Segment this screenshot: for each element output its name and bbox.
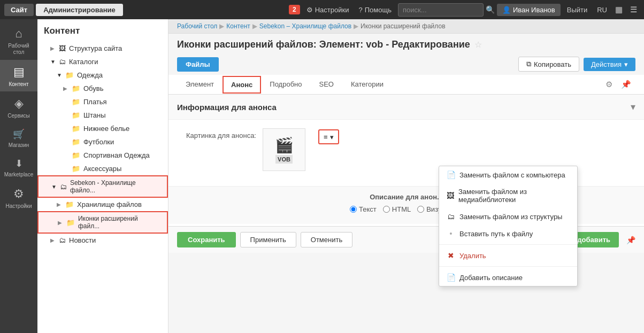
apply-button[interactable]: Применить (240, 232, 296, 247)
sidebar-item-sportivnaya[interactable]: 📁 Спортивная Одежда (37, 149, 168, 162)
grid-icon[interactable]: ▦ (612, 3, 625, 17)
radio-text[interactable]: Текст (350, 205, 377, 213)
page-title: Иконки расширений файлов: Элемент: vob -… (177, 39, 470, 50)
notification-badge[interactable]: 2 (289, 5, 300, 14)
breadcrumb-link-sebekon[interactable]: Sebekon – Хранилище файлов (259, 22, 351, 30)
tab-podrobno[interactable]: Подробно (261, 75, 310, 94)
tab-element[interactable]: Элемент (177, 75, 223, 94)
breadcrumb-sep: ▶ (354, 22, 358, 30)
odezhda-label: Одежда (77, 71, 103, 79)
arrow-icon: ▶ (50, 237, 56, 243)
tab-anons[interactable]: Анонс (223, 76, 261, 94)
search-input[interactable] (398, 3, 484, 17)
vob-label: VOB (275, 155, 293, 164)
sidebar-item-aksessuary[interactable]: 📁 Аксессуары (37, 162, 168, 175)
page-header: Иконки расширений файлов: Элемент: vob -… (168, 34, 644, 53)
sidebar-item-site-structure[interactable]: ▶ 🖼 Структура сайта (37, 42, 168, 55)
content-icon: ▤ (13, 65, 25, 79)
folder-icon: 📁 (72, 111, 80, 119)
folder-icon: 📁 (66, 219, 75, 227)
topbar: Сайт Администрирование 2 ⚙ Настройки ? П… (0, 0, 644, 19)
toolbar: Файлы ⧉ Копировать Действия ▾ (168, 53, 644, 75)
radio-html[interactable]: HTML (383, 205, 411, 213)
settings-link[interactable]: ⚙ Настройки (302, 4, 354, 16)
collapse-icon[interactable]: ▾ (631, 101, 635, 113)
dropdown-arrow-icon: ▾ (330, 133, 334, 141)
tab-kategorii[interactable]: Категории (342, 75, 392, 94)
catalogs-label: Каталоги (69, 58, 98, 66)
image-action-button[interactable]: ≡ ▾ (318, 129, 339, 144)
pin-icon[interactable]: 📌 (626, 236, 635, 244)
sidebar-item-obuv[interactable]: ▶ 📁 Обувь (37, 82, 168, 95)
sidebar-item-ikonki[interactable]: ▶ 📁 Иконки расширений файл... (37, 211, 168, 234)
sidebar-item-content[interactable]: ▤ Контент (0, 60, 37, 91)
dropdown-divider (439, 244, 577, 245)
dropdown-item-replace-structure[interactable]: 🗂 Заменить файлом из структуры (439, 208, 577, 225)
hranilische-label: Хранилище файлов (77, 200, 142, 208)
sidebar-item-shtany[interactable]: 📁 Штаны (37, 109, 168, 122)
sidebar-item-settings[interactable]: ⚙ Настройки (0, 182, 37, 213)
actions-button[interactable]: Действия ▾ (584, 58, 635, 71)
breadcrumb-link-dashboard[interactable]: Рабочий стол (177, 22, 217, 30)
sidebar-item-dashboard[interactable]: ⌂ Рабочийстол (0, 21, 37, 60)
radio-text-input[interactable] (350, 206, 357, 213)
breadcrumb-link-content[interactable]: Контент (226, 22, 250, 30)
content-sidebar: Контент ▶ 🖼 Структура сайта ▼ 🗂 Каталоги… (37, 19, 168, 333)
sidebar-item-sebekon[interactable]: ▼ 🗂 Sebekon - Хранилище файло... (37, 175, 168, 198)
sidebar-item-catalogs[interactable]: ▼ 🗂 Каталоги (37, 55, 168, 68)
site-button[interactable]: Сайт (4, 4, 34, 16)
topbar-icons: ▦ ☰ (612, 3, 640, 17)
sidebar-item-services[interactable]: ◈ Сервисы (0, 91, 37, 123)
radio-visual-input[interactable] (417, 206, 424, 213)
files-button[interactable]: Файлы (177, 57, 219, 72)
exit-button[interactable]: Выйти (563, 4, 592, 16)
sidebar-item-marketplace-label: Marketplace (4, 172, 33, 177)
list-icon[interactable]: ☰ (627, 3, 640, 17)
help-link[interactable]: ? Помощь (354, 4, 395, 16)
sportivnaya-label: Спортивная Одежда (83, 151, 150, 159)
dropdown-item-insert-path[interactable]: • Вставить путь к файлу (439, 225, 577, 242)
copy-button[interactable]: ⧉ Копировать (518, 57, 579, 72)
cancel-button[interactable]: Отменить (301, 232, 352, 247)
copy-icon: ⧉ (526, 60, 531, 68)
sidebar-item-futbolki[interactable]: 📁 Футболки (37, 135, 168, 149)
dropdown-divider (439, 266, 577, 267)
sidebar-item-odezhda[interactable]: ▼ 📁 Одежда (37, 68, 168, 82)
folder-icon: 📁 (72, 98, 80, 106)
dropdown-item-replace-media[interactable]: 🖼 Заменить файлом из медиабиблиотеки (439, 183, 577, 208)
site-structure-label: Структура сайта (69, 44, 122, 52)
sidebar-item-hranilische[interactable]: ▶ 📁 Хранилище файлов (37, 198, 168, 211)
dropdown-item-delete[interactable]: ✖ Удалить (439, 247, 577, 264)
search-icon: 🔍 (486, 5, 495, 14)
sidebar-item-platya[interactable]: 📁 Платья (37, 95, 168, 109)
sidebar-item-novosti[interactable]: ▶ 🗂 Новости (37, 234, 168, 247)
dropdown-item-replace-computer[interactable]: 📄 Заменить файлом с компьютера (439, 166, 577, 183)
sidebar-item-marketplace[interactable]: ⬇ Marketplace (0, 152, 37, 182)
ikonki-label: Иконки расширений файл... (78, 215, 160, 230)
aksessuary-label: Аксессуары (83, 165, 121, 173)
file-icon: 🎬 (275, 136, 294, 154)
dropdown-item-add-description[interactable]: 📄 Добавить описание (439, 269, 577, 286)
settings-icon: ⚙ (13, 187, 24, 201)
admin-button[interactable]: Администрирование (36, 4, 123, 16)
save-button[interactable]: Сохранить (177, 232, 236, 247)
section-header: Информация для анонса ▾ (168, 95, 644, 120)
language-selector[interactable]: RU (594, 4, 610, 16)
user-menu[interactable]: 👤 Иван Иванов (497, 4, 561, 16)
folder-icon: 📁 (72, 84, 80, 92)
arrow-open-icon: ▼ (57, 72, 62, 78)
sidebar-item-nizhnee[interactable]: 📁 Нижнее белье (37, 122, 168, 135)
tab-settings-gear-icon[interactable]: ⚙ (601, 75, 617, 94)
sidebar-item-shop[interactable]: 🛒 Магазин (0, 123, 37, 152)
add-desc-icon: 📄 (447, 273, 455, 282)
image-preview: 🎬 VOB (263, 128, 305, 171)
arrow-open-icon: ▼ (51, 184, 57, 190)
favorite-star[interactable]: ☆ (474, 40, 482, 50)
tab-seo[interactable]: SEO (311, 75, 342, 94)
radio-html-input[interactable] (383, 206, 390, 213)
folder-icon: 📁 (72, 125, 80, 133)
delete-icon: ✖ (447, 251, 455, 260)
tab-pin-icon[interactable]: 📌 (617, 75, 635, 94)
tabs-bar: Элемент Анонс Подробно SEO Категории ⚙ 📌 (168, 75, 644, 95)
arrow-open-icon: ▼ (50, 59, 56, 65)
